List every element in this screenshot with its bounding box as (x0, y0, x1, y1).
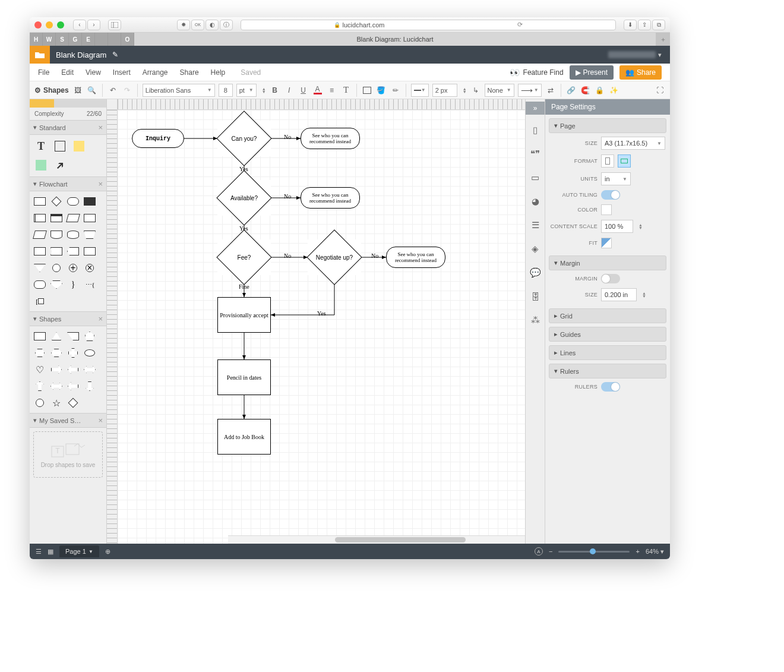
document-title[interactable]: Blank Diagram (50, 51, 112, 59)
close-window[interactable] (34, 21, 42, 29)
favorite-item[interactable]: O (121, 33, 134, 46)
line-start-select[interactable]: None▼ (485, 84, 514, 97)
reload-icon[interactable]: ⟳ (517, 21, 523, 29)
ruler-horizontal[interactable] (118, 99, 525, 110)
documents-icon[interactable] (30, 46, 50, 64)
rename-icon[interactable]: ✎ (112, 51, 118, 59)
line-width-stepper[interactable]: ▲▼ (463, 87, 467, 93)
section-page[interactable]: ▾Page (549, 118, 666, 133)
page-size-select[interactable]: A3 (11.7x16.5)▼ (601, 137, 665, 150)
category-saved[interactable]: ▾My Saved S…× (30, 413, 106, 428)
menu-help[interactable]: Help (211, 68, 226, 77)
margin-size-input[interactable]: 0.200 in (601, 288, 637, 301)
page-tab[interactable]: Page 1▼ (59, 545, 99, 557)
shape[interactable] (50, 195, 63, 208)
shape[interactable] (33, 212, 46, 225)
close-icon[interactable]: × (98, 416, 103, 425)
shape[interactable] (83, 195, 96, 208)
category-standard[interactable]: ▾Standard× (30, 120, 106, 135)
shape[interactable] (50, 228, 63, 241)
shape[interactable] (33, 380, 46, 393)
data-icon[interactable]: 🗄 (525, 285, 545, 308)
share-button[interactable]: 👥 Share (619, 65, 662, 80)
minimize-window[interactable] (46, 21, 53, 29)
shape[interactable]: + (67, 261, 80, 275)
font-size-input[interactable]: 8 (219, 84, 233, 97)
shape[interactable]: × (83, 261, 96, 275)
category-shapes[interactable]: ▾Shapes× (30, 311, 106, 326)
border-style-icon[interactable] (362, 84, 372, 97)
menu-edit[interactable]: Edit (61, 68, 74, 77)
fit-button[interactable] (601, 238, 612, 248)
font-size-stepper[interactable]: ▲▼ (262, 87, 266, 93)
present-button[interactable]: ▶ Present (570, 65, 614, 80)
extension-icon[interactable]: ✸ (177, 20, 190, 30)
canvas[interactable]: Inquiry Can you? See who you can recomme… (118, 110, 525, 544)
shape[interactable]: ⋯ { (83, 278, 96, 291)
shape[interactable] (50, 245, 63, 258)
section-guides[interactable]: ▸Guides (549, 327, 666, 342)
font-family-select[interactable]: Liberation Sans▼ (143, 84, 215, 97)
shape[interactable] (83, 363, 96, 376)
shape[interactable] (50, 380, 63, 393)
shape[interactable] (50, 330, 63, 343)
node-available[interactable]: Available? (217, 180, 271, 216)
shape[interactable] (83, 346, 96, 359)
page[interactable]: Inquiry Can you? See who you can recomme… (118, 110, 525, 544)
account-menu[interactable]: ▾ (600, 51, 670, 59)
presentation-icon[interactable]: ▭ (525, 166, 545, 190)
shapes-button[interactable]: ⚙Shapes (34, 84, 69, 97)
menu-share[interactable]: Share (180, 68, 199, 77)
quote-icon[interactable]: ❝❞ (525, 142, 545, 166)
shape[interactable] (67, 363, 80, 376)
section-lines[interactable]: ▸Lines (549, 345, 666, 360)
shape[interactable] (33, 330, 46, 343)
shape[interactable]: ☆ (50, 396, 63, 409)
layers-icon[interactable]: ☰ (525, 213, 545, 237)
tabs-icon[interactable]: ⧉ (652, 20, 665, 30)
search-icon[interactable]: 🔍 (87, 84, 97, 97)
node-jobbook[interactable]: Add to Job Book (217, 419, 271, 455)
arrow-shape[interactable]: ➔ (49, 154, 71, 176)
browser-tab[interactable]: Blank Diagram: Lucidchart (134, 33, 656, 46)
auto-tiling-toggle[interactable] (601, 190, 620, 200)
shape[interactable] (67, 346, 80, 359)
nav-forward[interactable]: › (87, 20, 100, 30)
extension-icon[interactable]: ⓘ (220, 20, 233, 30)
menu-arrange[interactable]: Arrange (143, 68, 168, 77)
maximize-window[interactable] (57, 21, 64, 29)
shape[interactable]: [ (33, 295, 46, 308)
magnet-icon[interactable]: 🧲 (580, 84, 591, 97)
shape[interactable] (33, 278, 46, 291)
node-fee[interactable]: Fee? (217, 239, 271, 275)
node-recommend-3[interactable]: See who you can recommend instead (386, 247, 445, 268)
italic-icon[interactable]: I (284, 84, 295, 97)
shape[interactable] (83, 212, 96, 225)
scale-stepper[interactable]: ▲▼ (638, 223, 643, 229)
shape[interactable] (50, 212, 63, 225)
new-tab-button[interactable]: ＋ (656, 33, 670, 46)
undo-icon[interactable]: ↶ (108, 84, 118, 97)
image-icon[interactable]: 🖼 (72, 84, 83, 97)
sidebar-toggle-icon[interactable] (108, 20, 121, 30)
category-flowchart[interactable]: ▾Flowchart× (30, 176, 106, 191)
line-color-icon[interactable]: ✏ (390, 84, 401, 97)
node-recommend-2[interactable]: See who you can recommend instead (301, 187, 360, 209)
node-pencil[interactable]: Pencil in dates (217, 359, 271, 395)
shape[interactable]: } (67, 278, 80, 291)
shape[interactable]: ♡ (33, 363, 46, 376)
page-color-swatch[interactable] (601, 204, 612, 215)
close-icon[interactable]: × (98, 314, 103, 323)
block-shape[interactable] (33, 157, 49, 173)
line-width-select[interactable]: 2 px (432, 84, 457, 97)
margin-toggle[interactable] (601, 274, 620, 283)
shape[interactable] (33, 396, 46, 409)
downloads-icon[interactable]: ⬇ (624, 20, 637, 30)
section-grid[interactable]: ▸Grid (549, 308, 666, 323)
shape[interactable] (67, 212, 80, 225)
shape[interactable] (67, 396, 80, 409)
shape[interactable] (67, 195, 80, 208)
node-provisional[interactable]: Provisionally accept (217, 297, 271, 333)
history-icon[interactable]: ◕ (525, 190, 545, 213)
font-unit-select[interactable]: pt▼ (236, 84, 257, 97)
